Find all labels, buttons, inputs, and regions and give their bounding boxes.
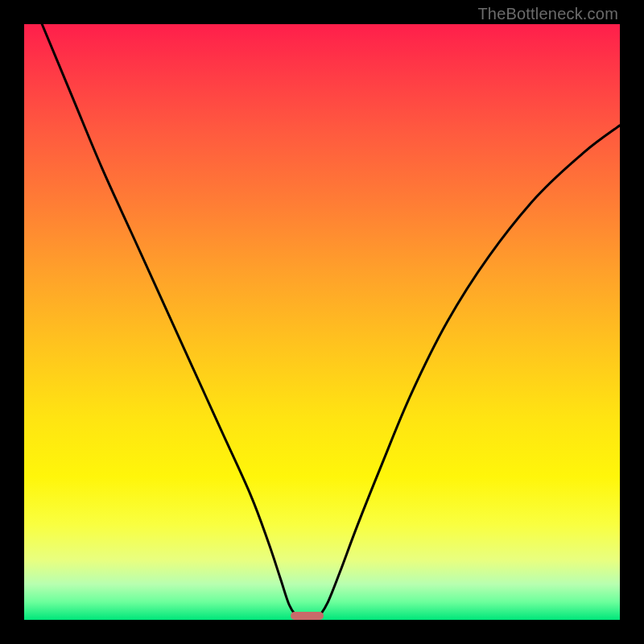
attribution-label: TheBottleneck.com bbox=[477, 5, 618, 23]
curve-layer bbox=[24, 24, 620, 620]
curve-right-branch bbox=[319, 126, 620, 617]
curve-left-branch bbox=[42, 24, 297, 617]
plot-area bbox=[24, 24, 620, 620]
outer-frame: TheBottleneck.com bbox=[0, 0, 644, 644]
bottleneck-marker bbox=[291, 612, 324, 620]
